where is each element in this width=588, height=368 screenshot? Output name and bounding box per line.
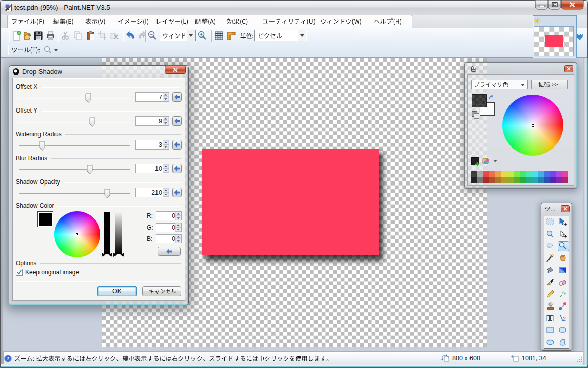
- svg-text:2: 2: [563, 316, 566, 322]
- svg-text:?: ?: [7, 356, 9, 361]
